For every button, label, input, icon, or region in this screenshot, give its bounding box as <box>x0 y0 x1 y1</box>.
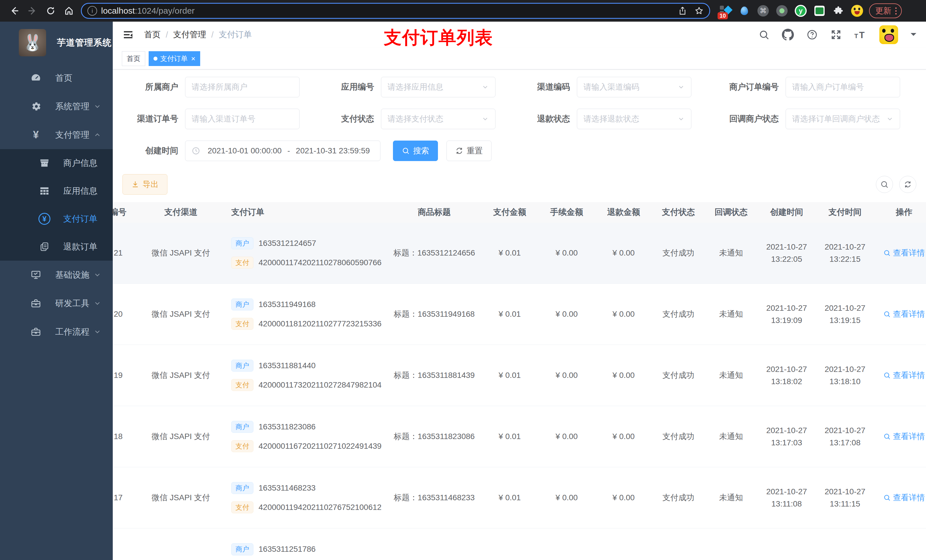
export-button[interactable]: 导出 <box>123 174 168 195</box>
date-end[interactable]: 2021-10-31 23:59:59 <box>292 146 374 155</box>
view-detail-link[interactable]: 查看详情 <box>883 309 925 320</box>
orders-table: 编号 支付渠道 支付订单 商品标题 支付金额 手续金额 退款金额 支付状态 回调… <box>113 202 926 560</box>
pay-status: 支付成功 <box>652 467 705 528</box>
notify-status: 未通知 <box>705 284 757 344</box>
tag-pay-order[interactable]: 支付订单 × <box>149 51 200 66</box>
sidebar-item-payment[interactable]: ¥ 支付管理 <box>0 121 113 149</box>
sidebar-item-workflow[interactable]: 工作流程 <box>0 318 113 346</box>
extension-framer-icon[interactable]: 10 <box>719 5 732 17</box>
channel-pay-no: 4200001181202110277723215336 <box>259 319 381 328</box>
share-icon[interactable] <box>678 6 687 15</box>
extension-command-icon[interactable]: ⌘ <box>757 5 769 17</box>
product-title: 标题：1635311823086 <box>387 406 481 467</box>
browser-home-button[interactable] <box>62 3 76 18</box>
breadcrumb: 首页 / 支付管理 / 支付订单 <box>144 29 252 41</box>
logo-image: 🐰 <box>19 29 46 56</box>
bookmark-star-icon[interactable] <box>694 6 704 15</box>
extension-chat-icon[interactable] <box>813 5 826 17</box>
extensions-puzzle-icon[interactable] <box>832 5 844 17</box>
merchant-order-no-field[interactable] <box>785 77 900 97</box>
browser-reload-button[interactable] <box>43 3 58 18</box>
create-time: 2021-10-2713:18:02 <box>757 345 816 406</box>
refund-status-select[interactable]: 请选择退款状态 <box>577 109 691 129</box>
table-row[interactable]: 19 微信 JSAPI 支付 商户 1635311881440 支付 42000… <box>113 345 926 406</box>
address-bar[interactable]: i localhost:1024/pay/order <box>81 3 710 19</box>
table-row[interactable]: 17 微信 JSAPI 支付 商户 1635311468233 支付 42000… <box>113 467 926 528</box>
github-icon[interactable] <box>782 29 794 41</box>
view-detail-link[interactable]: 查看详情 <box>883 492 925 503</box>
browser-back-button[interactable] <box>7 3 22 18</box>
view-detail-link[interactable]: 查看详情 <box>883 370 925 381</box>
browser-profile-avatar[interactable] <box>851 5 863 17</box>
search-button[interactable]: 搜索 <box>393 140 438 161</box>
date-start[interactable]: 2021-10-01 00:00:00 <box>204 146 286 155</box>
table-row[interactable]: 商户 1635311251786 支付 <box>113 528 926 560</box>
refresh-table-button[interactable] <box>899 176 916 193</box>
table-row[interactable]: 18 微信 JSAPI 支付 商户 1635311823086 支付 42000… <box>113 406 926 467</box>
sidebar-item-home[interactable]: 首页 <box>0 64 113 92</box>
merchant-tag: 商户 <box>231 360 253 371</box>
breadcrumb-payment[interactable]: 支付管理 <box>173 29 206 41</box>
reset-button[interactable]: 重置 <box>446 140 492 161</box>
product-title <box>387 528 481 560</box>
sidebar-item-merchant-info[interactable]: 商户信息 <box>0 149 113 177</box>
help-icon[interactable] <box>806 29 818 41</box>
channel-order-no-input[interactable] <box>192 115 293 124</box>
sidebar-item-pay-order[interactable]: ¥ 支付订单 <box>0 205 113 233</box>
sidebar-item-refund-order[interactable]: 退款订单 <box>0 233 113 261</box>
app-title: 芋道管理系统 <box>57 37 112 49</box>
sidebar-item-app-info[interactable]: 应用信息 <box>0 177 113 205</box>
extension-badge: 10 <box>717 12 728 20</box>
date-range-picker[interactable]: 2021-10-01 00:00:00 - 2021-10-31 23:59:5… <box>185 140 380 161</box>
fullscreen-icon[interactable] <box>830 29 842 41</box>
fee-amount: ¥ 0.00 <box>538 222 595 284</box>
sidebar-item-system[interactable]: 系统管理 <box>0 92 113 121</box>
table-row[interactable]: 21 微信 JSAPI 支付 商户 1635312124657 支付 42000… <box>113 222 926 284</box>
extension-balloon-icon[interactable] <box>738 5 750 17</box>
tag-home[interactable]: 首页 <box>122 51 145 66</box>
browser-update-button[interactable]: 更新 <box>869 3 902 18</box>
channel-code-select[interactable]: 请输入渠道编码 <box>577 77 691 97</box>
search-icon[interactable] <box>758 29 769 40</box>
merchant-order-no-input[interactable] <box>792 83 894 92</box>
browser-forward-button[interactable] <box>25 3 40 18</box>
channel-order-no-field[interactable] <box>185 109 300 129</box>
notify-status: 未通知 <box>705 467 757 528</box>
extension-y-icon[interactable]: y <box>794 5 807 17</box>
gear-icon <box>30 101 42 112</box>
breadcrumb-home[interactable]: 首页 <box>144 29 160 41</box>
app-select[interactable]: 请选择应用信息 <box>381 77 495 97</box>
merchant-order-no: 1635311251786 <box>259 545 316 554</box>
filter-form: 所属商户 应用编号 请选择应用信息 渠道编码 请输入渠道编码 <box>113 69 926 161</box>
site-info-icon[interactable]: i <box>88 6 97 16</box>
merchant-select[interactable] <box>185 77 300 97</box>
merchant-tag: 商户 <box>231 299 253 311</box>
refund-amount: ¥ 0.00 <box>595 406 652 467</box>
sidebar-item-devtools[interactable]: 研发工具 <box>0 289 113 318</box>
select-caret-icon <box>678 83 685 91</box>
browser-menu-icon[interactable] <box>895 8 897 15</box>
create-time: 2021-10-2713:17:03 <box>757 406 816 467</box>
pay-time: 2021-10-2713:19:15 <box>816 284 874 344</box>
avatar-caret-icon[interactable] <box>911 33 916 39</box>
view-detail-link[interactable]: 查看详情 <box>883 248 925 258</box>
merchant-input[interactable] <box>192 83 293 92</box>
user-avatar[interactable] <box>879 25 898 44</box>
tag-close-icon[interactable]: × <box>191 55 195 62</box>
sidebar-fold-icon[interactable] <box>123 29 134 41</box>
sidebar-item-infrastructure[interactable]: 基础设施 <box>0 261 113 289</box>
font-size-icon[interactable]: TT <box>854 29 867 41</box>
pay-tag: 支付 <box>231 257 253 269</box>
toggle-search-button[interactable] <box>876 176 893 193</box>
view-detail-link[interactable]: 查看详情 <box>883 431 925 442</box>
notify-status-select[interactable]: 请选择订单回调商户状态 <box>785 109 900 129</box>
product-title: 标题：1635312124656 <box>387 222 481 284</box>
extension-recorder-icon[interactable] <box>776 5 788 17</box>
channel-pay-no: 4200001173202110272847982104 <box>259 380 381 389</box>
table-row[interactable]: 20 微信 JSAPI 支付 商户 1635311949168 支付 42000… <box>113 284 926 345</box>
pay-status-select[interactable]: 请选择支付状态 <box>381 109 495 129</box>
fee-amount <box>538 528 595 560</box>
pay-tag: 支付 <box>231 440 253 452</box>
order-numbers: 商户 1635312124657 支付 42000011742021102780… <box>228 222 387 284</box>
fee-amount: ¥ 0.00 <box>538 467 595 528</box>
